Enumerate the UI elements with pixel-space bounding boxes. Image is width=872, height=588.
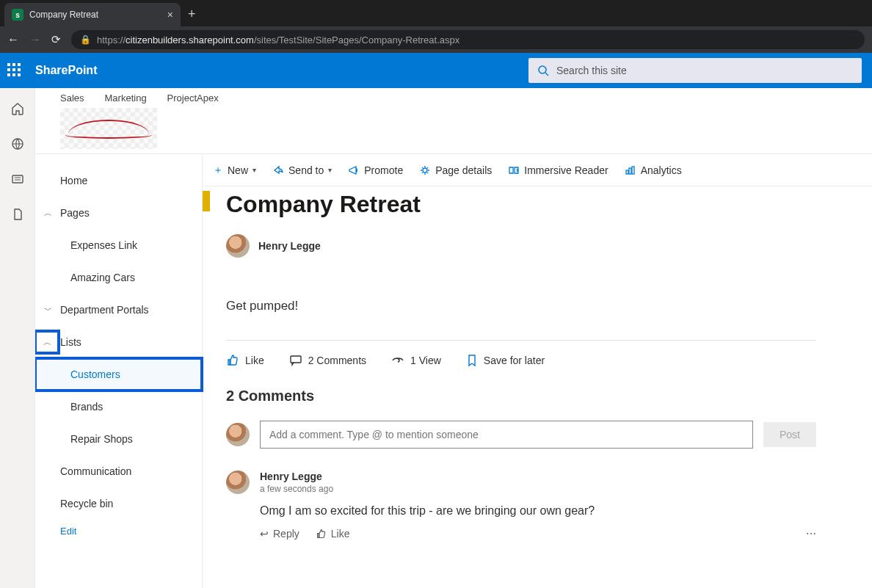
new-tab-button[interactable]: + bbox=[181, 2, 203, 26]
cmd-page-details[interactable]: Page details bbox=[419, 164, 492, 176]
site-nav-projectapex[interactable]: ProjectApex bbox=[167, 92, 219, 104]
comment-item: Henry Legge a few seconds ago Omg I am s… bbox=[226, 471, 816, 540]
page-inner: Company Retreat Henry Legge Get pumped! … bbox=[203, 186, 872, 554]
svg-line-1 bbox=[545, 73, 548, 76]
svg-rect-9 bbox=[632, 167, 634, 174]
chevron-down-icon: ▾ bbox=[252, 166, 256, 174]
thumbs-up-icon bbox=[226, 354, 239, 367]
reload-button[interactable]: ⟳ bbox=[51, 33, 61, 46]
author-row: Henry Legge bbox=[226, 234, 816, 258]
site-logo[interactable] bbox=[60, 108, 157, 149]
mid-area: Home ︿Pages Expenses Link Amazing Cars ﹀… bbox=[35, 154, 872, 588]
browser-chrome: s Company Retreat × + ← → ⟳ 🔒 https://ci… bbox=[0, 0, 872, 53]
nav-department-portals[interactable]: ﹀Department Portals bbox=[35, 294, 202, 326]
car-logo-icon bbox=[68, 120, 149, 137]
nav-amazing-cars[interactable]: Amazing Cars bbox=[35, 261, 202, 294]
comment-avatar[interactable] bbox=[226, 471, 250, 494]
page-main: ＋New▾ Send to▾ Promote Page details Imme… bbox=[203, 154, 872, 588]
nav-repair-shops[interactable]: Repair Shops bbox=[35, 423, 202, 455]
comment-like-button[interactable]: Like bbox=[316, 528, 350, 540]
nav-home[interactable]: Home bbox=[35, 164, 202, 197]
megaphone-icon bbox=[348, 164, 360, 176]
current-user-avatar[interactable] bbox=[226, 423, 250, 446]
share-icon bbox=[272, 164, 284, 176]
comment-actions: ↩Reply Like ⋯ bbox=[260, 528, 816, 540]
chevron-up-icon: ︿ bbox=[44, 208, 52, 219]
back-button[interactable]: ← bbox=[7, 33, 19, 46]
page-title: Company Retreat bbox=[226, 191, 816, 218]
svg-rect-8 bbox=[629, 168, 631, 174]
cmd-promote[interactable]: Promote bbox=[348, 164, 403, 176]
save-for-later[interactable]: Save for later bbox=[466, 354, 545, 367]
nav-lists[interactable]: ︿ Lists bbox=[35, 326, 202, 358]
author-avatar[interactable] bbox=[226, 234, 250, 258]
nav-pages[interactable]: ︿Pages bbox=[35, 197, 202, 229]
app-rail bbox=[0, 88, 35, 588]
comment-author[interactable]: Henry Legge bbox=[260, 471, 816, 482]
nav-edit-link[interactable]: Edit bbox=[35, 526, 202, 537]
browser-tab[interactable]: s Company Retreat × bbox=[4, 3, 181, 26]
nav-brands[interactable]: Brands bbox=[35, 391, 202, 423]
plus-icon: ＋ bbox=[213, 164, 223, 177]
forward-button[interactable]: → bbox=[29, 33, 41, 46]
search-icon bbox=[537, 65, 549, 76]
comment-icon bbox=[289, 354, 302, 367]
cmd-analytics[interactable]: Analytics bbox=[625, 164, 682, 176]
comment-box-row: Post bbox=[226, 421, 816, 449]
brand-label[interactable]: SharePoint bbox=[35, 64, 97, 77]
eye-icon bbox=[391, 354, 404, 367]
reply-button[interactable]: ↩Reply bbox=[260, 528, 299, 540]
content-area: Sales Marketing ProjectApex Home ︿Pages … bbox=[35, 88, 872, 588]
url-bar[interactable]: 🔒 https://citizenbuilders.sharepoint.com… bbox=[71, 30, 865, 49]
file-icon[interactable] bbox=[10, 207, 25, 222]
author-name[interactable]: Henry Legge bbox=[258, 240, 321, 252]
search-box[interactable]: Search this site bbox=[528, 58, 862, 83]
site-nav-sales[interactable]: Sales bbox=[60, 92, 84, 104]
comments-header: 2 Comments bbox=[226, 388, 816, 404]
divider bbox=[226, 340, 816, 341]
home-icon[interactable] bbox=[10, 101, 25, 116]
nav-recycle-bin[interactable]: Recycle bin bbox=[35, 487, 202, 520]
nav-customers[interactable]: Customers bbox=[35, 358, 202, 391]
close-tab-icon[interactable]: × bbox=[167, 9, 173, 21]
tab-title: Company Retreat bbox=[29, 10, 98, 20]
comment-body: Henry Legge a few seconds ago Omg I am s… bbox=[260, 471, 816, 540]
suite-header: SharePoint Search this site bbox=[0, 53, 872, 88]
left-nav: Home ︿Pages Expenses Link Amazing Cars ﹀… bbox=[35, 154, 203, 588]
book-audio-icon bbox=[508, 164, 520, 176]
cmd-send-to[interactable]: Send to▾ bbox=[272, 164, 332, 176]
chevron-up-icon[interactable]: ︿ bbox=[35, 331, 59, 353]
site-nav: Sales Marketing ProjectApex bbox=[60, 92, 872, 104]
views-count[interactable]: 1 View bbox=[391, 354, 441, 367]
nav-communication[interactable]: Communication bbox=[35, 455, 202, 487]
comment-text: Omg I am so excited for this trip - are … bbox=[260, 504, 816, 518]
chevron-down-icon: ﹀ bbox=[44, 305, 52, 316]
url-text: https://citizenbuilders.sharepoint.com/s… bbox=[97, 35, 459, 46]
app-launcher-icon[interactable] bbox=[7, 63, 22, 78]
post-button[interactable]: Post bbox=[763, 422, 816, 447]
svg-rect-10 bbox=[291, 356, 301, 363]
svg-point-6 bbox=[423, 168, 427, 173]
svg-rect-3 bbox=[12, 175, 23, 183]
site-nav-marketing[interactable]: Marketing bbox=[105, 92, 147, 104]
svg-rect-7 bbox=[626, 170, 628, 174]
edit-indicator bbox=[203, 191, 210, 211]
tab-strip: s Company Retreat × + bbox=[0, 0, 872, 26]
page-body-text: Get pumped! bbox=[226, 299, 816, 313]
comment-time: a few seconds ago bbox=[260, 484, 816, 494]
gear-icon bbox=[419, 164, 431, 176]
more-icon[interactable]: ⋯ bbox=[806, 528, 816, 540]
comment-input[interactable] bbox=[260, 421, 753, 449]
address-bar-row: ← → ⟳ 🔒 https://citizenbuilders.sharepoi… bbox=[0, 26, 872, 53]
reply-icon: ↩ bbox=[260, 528, 269, 540]
cmd-new[interactable]: ＋New▾ bbox=[213, 164, 256, 177]
like-button[interactable]: Like bbox=[226, 354, 264, 367]
news-icon[interactable] bbox=[10, 172, 25, 186]
svg-point-0 bbox=[539, 66, 546, 73]
globe-icon[interactable] bbox=[10, 137, 25, 151]
site-header: Sales Marketing ProjectApex bbox=[35, 88, 872, 154]
cmd-immersive-reader[interactable]: Immersive Reader bbox=[508, 164, 608, 176]
nav-expenses-link[interactable]: Expenses Link bbox=[35, 229, 202, 261]
sharepoint-favicon: s bbox=[12, 9, 23, 21]
comments-count[interactable]: 2 Comments bbox=[289, 354, 366, 367]
